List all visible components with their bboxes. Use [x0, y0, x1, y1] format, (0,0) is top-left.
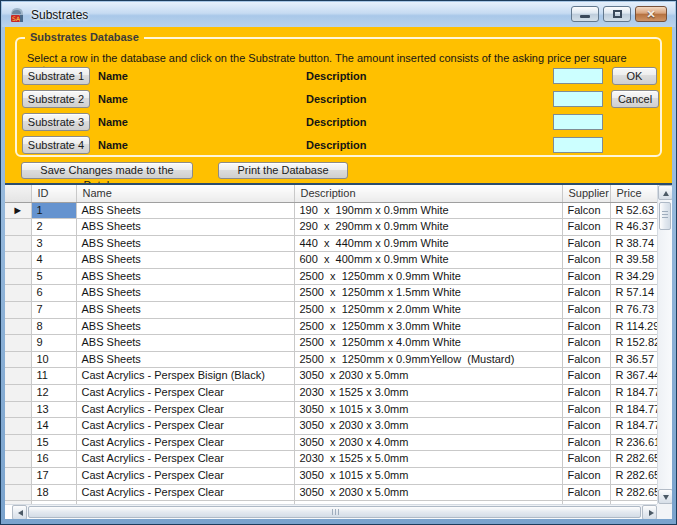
vertical-scroll-thumb[interactable]: [659, 202, 671, 230]
cell-description[interactable]: 2500 x 1250mm x 2.0mm White: [294, 302, 562, 319]
table-row[interactable]: 12Cast Acrylics - Perspex Clear2030 x 15…: [5, 385, 657, 402]
table-row[interactable]: 13Cast Acrylics - Perspex Clear3050 x 10…: [5, 401, 657, 418]
horizontal-scrollbar[interactable]: [12, 504, 657, 519]
row-selector-cell[interactable]: [5, 235, 31, 252]
row-selector-cell[interactable]: [5, 418, 31, 435]
row-selector-cell[interactable]: [5, 484, 31, 501]
cell-id[interactable]: 2: [31, 219, 76, 236]
cell-supplier[interactable]: Falcon: [562, 385, 610, 402]
title-bar[interactable]: SA Substrates ✕: [2, 2, 675, 27]
row-selector-cell[interactable]: [5, 401, 31, 418]
cell-supplier[interactable]: Falcon: [562, 252, 610, 269]
cell-price[interactable]: R 46.37: [610, 219, 657, 236]
cell-price[interactable]: R 52.63: [610, 202, 657, 219]
cell-description[interactable]: 440 x 440mm x 0.9mm White: [294, 235, 562, 252]
cell-name[interactable]: Cast Acrylics - Perspex Bisign (Black): [76, 368, 294, 385]
table-row[interactable]: 14Cast Acrylics - Perspex Clear3050 x 20…: [5, 418, 657, 435]
cell-description[interactable]: 2500 x 1250mm x 1.5mm White: [294, 285, 562, 302]
substrate-3-amount-input[interactable]: [553, 114, 603, 130]
cell-name[interactable]: ABS Sheets: [76, 252, 294, 269]
scroll-up-icon[interactable]: [658, 185, 672, 200]
table-row[interactable]: 18Cast Acrylics - Perspex Clear3050 x 20…: [5, 484, 657, 501]
cell-supplier[interactable]: Falcon: [562, 318, 610, 335]
cell-name[interactable]: ABS Sheets: [76, 202, 294, 219]
cell-name[interactable]: Cast Acrylics - Perspex Clear: [76, 451, 294, 468]
table-row[interactable]: 4ABS Sheets600 x 400mm x 0.9mm WhiteFalc…: [5, 252, 657, 269]
cell-description[interactable]: 3050 x 2030 x 3.0mm: [294, 418, 562, 435]
cell-description[interactable]: 190 x 190mm x 0.9mm White: [294, 202, 562, 219]
column-header-price[interactable]: Price: [610, 185, 657, 202]
substrate-4-amount-input[interactable]: [553, 137, 603, 153]
cell-id[interactable]: 16: [31, 451, 76, 468]
column-header-id[interactable]: ID: [31, 185, 76, 202]
cell-description[interactable]: 2500 x 1250mm x 0.9mmYellow (Mustard): [294, 351, 562, 368]
cell-price[interactable]: R 114.29: [610, 318, 657, 335]
cell-name[interactable]: Cast Acrylics - Perspex Clear: [76, 484, 294, 501]
cell-id[interactable]: 15: [31, 434, 76, 451]
cell-name[interactable]: Cast Acrylics - Perspex Clear: [76, 434, 294, 451]
cell-supplier[interactable]: Falcon: [562, 302, 610, 319]
cell-supplier[interactable]: Falcon: [562, 418, 610, 435]
vertical-scrollbar[interactable]: [657, 185, 672, 504]
horizontal-scroll-thumb[interactable]: [28, 506, 641, 518]
cell-id[interactable]: 8: [31, 318, 76, 335]
substrate-2-amount-input[interactable]: [553, 91, 603, 107]
table-row[interactable]: 9ABS Sheets2500 x 1250mm x 4.0mm WhiteFa…: [5, 335, 657, 352]
scroll-down-icon[interactable]: [658, 489, 672, 504]
cell-price[interactable]: R 38.74: [610, 235, 657, 252]
cell-id[interactable]: 7: [31, 302, 76, 319]
column-header-name[interactable]: Name: [76, 185, 294, 202]
cell-supplier[interactable]: Falcon: [562, 202, 610, 219]
table-row[interactable]: 10ABS Sheets2500 x 1250mm x 0.9mmYellow …: [5, 351, 657, 368]
substrate-1-amount-input[interactable]: [553, 68, 603, 84]
table-row[interactable]: 3ABS Sheets440 x 440mm x 0.9mm WhiteFalc…: [5, 235, 657, 252]
cell-id[interactable]: 17: [31, 468, 76, 485]
substrate-4-button[interactable]: Substrate 4: [22, 136, 90, 154]
cell-description[interactable]: 2500 x 1250mm x 3.0mm White: [294, 318, 562, 335]
cell-supplier[interactable]: Falcon: [562, 351, 610, 368]
save-changes-button[interactable]: Save Changes made to the Database: [21, 162, 193, 179]
cell-price[interactable]: R 152.82: [610, 335, 657, 352]
cell-price[interactable]: R 184.77: [610, 401, 657, 418]
cell-description[interactable]: 2030 x 1525 x 3.0mm: [294, 385, 562, 402]
row-selector-cell[interactable]: [5, 285, 31, 302]
table-row[interactable]: 16Cast Acrylics - Perspex Clear2030 x 15…: [5, 451, 657, 468]
table-row[interactable]: ►1ABS Sheets190 x 190mm x 0.9mm WhiteFal…: [5, 202, 657, 219]
cell-id[interactable]: 18: [31, 484, 76, 501]
cell-supplier[interactable]: Falcon: [562, 219, 610, 236]
cell-name[interactable]: Cast Acrylics - Perspex Clear: [76, 468, 294, 485]
cell-id[interactable]: 6: [31, 285, 76, 302]
cell-name[interactable]: ABS Sheets: [76, 335, 294, 352]
cell-name[interactable]: ABS Sheets: [76, 285, 294, 302]
ok-button[interactable]: OK: [612, 67, 657, 85]
substrate-3-button[interactable]: Substrate 3: [22, 113, 90, 131]
cell-supplier[interactable]: Falcon: [562, 451, 610, 468]
cell-supplier[interactable]: Falcon: [562, 285, 610, 302]
cell-price[interactable]: R 282.65: [610, 451, 657, 468]
cell-name[interactable]: ABS Sheets: [76, 302, 294, 319]
cell-name[interactable]: Cast Acrylics - Perspex Clear: [76, 418, 294, 435]
cell-supplier[interactable]: Falcon: [562, 268, 610, 285]
cell-name[interactable]: ABS Sheets: [76, 351, 294, 368]
cell-price[interactable]: R 184.77: [610, 385, 657, 402]
column-header-supplier[interactable]: Supplier: [562, 185, 610, 202]
cell-supplier[interactable]: Falcon: [562, 484, 610, 501]
cell-description[interactable]: 3050 x 1015 x 5.0mm: [294, 468, 562, 485]
cell-name[interactable]: ABS Sheets: [76, 268, 294, 285]
cell-price[interactable]: R 34.29: [610, 268, 657, 285]
cell-supplier[interactable]: Falcon: [562, 335, 610, 352]
cell-id[interactable]: 12: [31, 385, 76, 402]
substrate-2-button[interactable]: Substrate 2: [22, 90, 90, 108]
cell-supplier[interactable]: Falcon: [562, 368, 610, 385]
cell-id[interactable]: 13: [31, 401, 76, 418]
row-selector-cell[interactable]: [5, 385, 31, 402]
table-row[interactable]: 8ABS Sheets2500 x 1250mm x 3.0mm WhiteFa…: [5, 318, 657, 335]
cancel-button[interactable]: Cancel: [611, 90, 659, 108]
cell-description[interactable]: 2030 x 1525 x 5.0mm: [294, 451, 562, 468]
cell-id[interactable]: 14: [31, 418, 76, 435]
table-row[interactable]: 5ABS Sheets2500 x 1250mm x 0.9mm WhiteFa…: [5, 268, 657, 285]
table-row[interactable]: 17Cast Acrylics - Perspex Clear3050 x 10…: [5, 468, 657, 485]
row-selector-cell[interactable]: [5, 434, 31, 451]
cell-id[interactable]: 9: [31, 335, 76, 352]
substrate-1-button[interactable]: Substrate 1: [22, 67, 90, 85]
